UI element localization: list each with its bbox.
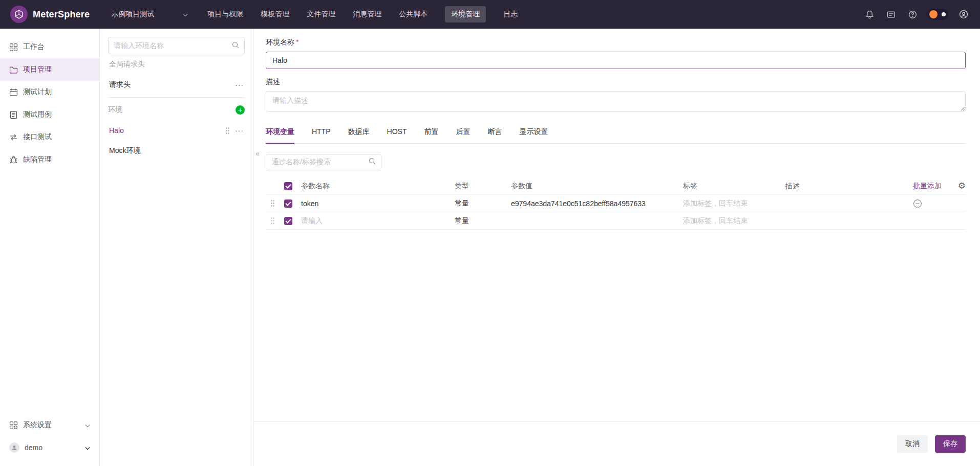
table-row: 请输入 常量 添加标签，回车结束 <box>266 212 966 230</box>
param-type-cell[interactable]: 常量 <box>451 216 507 226</box>
select-all-checkbox[interactable] <box>284 182 292 190</box>
sidebar-item-system-settings[interactable]: 系统设置 <box>0 414 99 436</box>
sidebar-item-project-management[interactable]: 项目管理 <box>0 58 99 81</box>
top-nav-items: 项目与权限 模板管理 文件管理 消息管理 公共脚本 环境管理 日志 <box>207 6 518 23</box>
description-label: 描述 <box>266 77 966 86</box>
tab-post-processor[interactable]: 后置 <box>456 122 470 143</box>
tag-input-cell[interactable]: 添加标签，回车结束 <box>679 216 782 226</box>
user-account-icon[interactable] <box>957 8 970 20</box>
nav-item-files[interactable]: 文件管理 <box>307 6 335 23</box>
description-textarea[interactable] <box>266 91 966 112</box>
sidebar-item-label: 接口测试 <box>23 132 52 142</box>
nav-item-logs[interactable]: 日志 <box>503 6 518 23</box>
env-config-tabs: 环境变量 HTTP 数据库 HOST 前置 后置 断言 显示设置 <box>266 122 966 144</box>
settings-icon <box>9 421 18 430</box>
env-list-item-mock[interactable]: Mock环境 <box>108 141 245 161</box>
sidebar-item-label: 系统设置 <box>23 420 52 430</box>
sidebar-item-label: 项目管理 <box>23 65 52 74</box>
sidebar-item-api-test[interactable]: 接口测试 <box>0 126 99 148</box>
nav-item-template[interactable]: 模板管理 <box>261 6 289 23</box>
panel-divider <box>108 97 245 98</box>
sidebar-item-test-case[interactable]: 测试用例 <box>0 103 99 126</box>
header-desc: 描述 <box>782 182 909 191</box>
chevron-down-icon <box>85 421 90 429</box>
nav-item-messages[interactable]: 消息管理 <box>353 6 381 23</box>
sidebar-item-label: 缺陷管理 <box>23 155 52 164</box>
batch-add-link[interactable]: 批量添加 <box>913 182 942 191</box>
left-sidebar: 工作台 项目管理 测试计划 测试用例 接口测试 缺陷管理 <box>0 29 100 466</box>
feedback-card-icon[interactable] <box>885 8 897 20</box>
sidebar-item-label: 测试计划 <box>23 87 52 97</box>
variable-search-box <box>266 154 381 169</box>
chevron-down-icon <box>183 10 188 18</box>
param-name-cell[interactable]: 请输入 <box>297 216 451 226</box>
form-footer: 取消 保存 <box>253 421 980 466</box>
tab-display-settings[interactable]: 显示设置 <box>519 122 548 143</box>
sidebar-item-test-plan[interactable]: 测试计划 <box>0 81 99 103</box>
save-button[interactable]: 保存 <box>935 435 966 453</box>
add-environment-button[interactable]: + <box>236 105 245 115</box>
tab-assertion[interactable]: 断言 <box>487 122 502 143</box>
sidebar-item-label: 工作台 <box>23 42 45 52</box>
env-name: Halo <box>109 126 124 135</box>
field-label-text: 描述 <box>266 77 280 85</box>
list-item-global-request-header[interactable]: 全局请求头 <box>108 54 245 75</box>
tag-input-cell[interactable]: 添加标签，回车结束 <box>679 199 782 208</box>
drag-handle-icon[interactable] <box>266 217 279 225</box>
environment-panel: 全局请求头 请求头 ··· 环境 + Halo ··· Mock环境 <box>100 29 253 466</box>
sidebar-item-defect-management[interactable]: 缺陷管理 <box>0 148 99 171</box>
dashboard-icon <box>9 43 18 52</box>
nav-item-public-script[interactable]: 公共脚本 <box>399 6 428 23</box>
tab-host[interactable]: HOST <box>387 122 407 143</box>
theme-toggle[interactable] <box>928 9 948 20</box>
header-tag: 标签 <box>679 182 782 191</box>
row-checkbox[interactable] <box>284 199 292 208</box>
remove-row-icon[interactable] <box>913 199 922 208</box>
row-checkbox[interactable] <box>284 217 292 225</box>
table-header-row: 参数名称 类型 参数值 标签 描述 批量添加 ⚙ <box>266 177 966 195</box>
app-root: MeterSphere 示例项目测试 项目与权限 模板管理 文件管理 消息管理 … <box>0 0 980 466</box>
param-name-cell[interactable]: token <box>297 199 451 208</box>
brand-name: MeterSphere <box>33 9 90 20</box>
more-actions-icon[interactable]: ··· <box>235 81 244 89</box>
param-value-cell[interactable]: e9794ae3da741e0c51c82beff58a4957633 <box>507 199 679 208</box>
theme-toggle-knob-icon <box>929 10 938 18</box>
header-param-name: 参数名称 <box>297 182 451 191</box>
collapse-panel-icon[interactable]: « <box>255 149 260 158</box>
project-selector-value: 示例项目测试 <box>111 10 154 19</box>
drag-handle-icon[interactable] <box>266 199 279 207</box>
tab-env-variables[interactable]: 环境变量 <box>266 122 294 144</box>
calendar-icon <box>9 88 18 97</box>
environment-form: 环境名称* 描述 环境变量 HTTP 数据库 HOST 前置 后置 断言 显示设… <box>253 29 980 421</box>
tab-pre-processor[interactable]: 前置 <box>424 122 438 143</box>
drag-handle-icon[interactable] <box>225 127 230 135</box>
main-area: 工作台 项目管理 测试计划 测试用例 接口测试 缺陷管理 <box>0 29 980 466</box>
notification-bell-icon[interactable] <box>863 8 876 20</box>
nav-item-project-permission[interactable]: 项目与权限 <box>207 6 243 23</box>
list-item-label: 请求头 <box>109 80 131 90</box>
metersphere-logo-icon <box>10 6 28 23</box>
env-search-box <box>108 37 245 54</box>
variable-search-input[interactable] <box>271 158 369 166</box>
project-selector[interactable]: 示例项目测试 <box>111 10 188 19</box>
list-item-label: 全局请求头 <box>109 60 145 69</box>
env-list-item-halo[interactable]: Halo ··· <box>108 120 245 141</box>
required-asterisk: * <box>296 38 299 46</box>
nav-item-environment[interactable]: 环境管理 <box>445 6 486 23</box>
search-icon <box>232 41 239 50</box>
list-item-request-header[interactable]: 请求头 ··· <box>108 75 245 95</box>
field-label-text: 环境名称 <box>266 38 294 46</box>
param-type-cell[interactable]: 常量 <box>451 199 507 208</box>
env-search-input[interactable] <box>114 41 232 50</box>
tab-http[interactable]: HTTP <box>312 122 331 143</box>
env-name-input[interactable] <box>266 52 966 69</box>
sidebar-item-workbench[interactable]: 工作台 <box>0 36 99 58</box>
help-icon[interactable] <box>906 8 919 20</box>
table-row: token 常量 e9794ae3da741e0c51c82beff58a495… <box>266 195 966 212</box>
column-settings-gear-icon[interactable]: ⚙ <box>958 181 966 191</box>
sidebar-user-menu[interactable]: demo <box>0 436 99 459</box>
cancel-button[interactable]: 取消 <box>897 435 928 453</box>
api-swap-icon <box>9 133 18 142</box>
more-actions-icon[interactable]: ··· <box>235 126 244 135</box>
tab-database[interactable]: 数据库 <box>348 122 370 143</box>
